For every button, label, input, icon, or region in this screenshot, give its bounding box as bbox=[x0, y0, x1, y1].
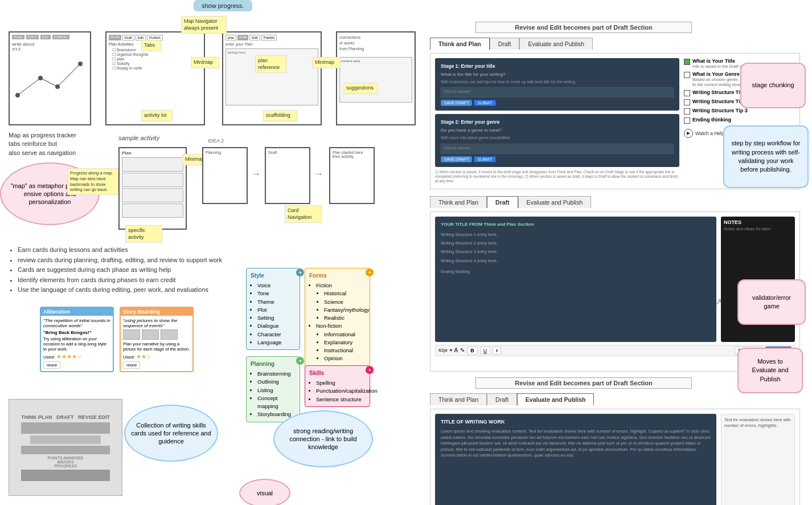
wireframe-brainstorm: Plan bbox=[118, 147, 187, 230]
wireframe-1: PLAN DRFT EDT PUBLSH write aboutXYZ bbox=[9, 31, 91, 125]
stage1-question: What is the title for your writing? bbox=[441, 71, 674, 78]
forms-icon: ✦ bbox=[366, 268, 374, 276]
sticky-plan-reference: plan reference bbox=[255, 55, 286, 73]
checkbox-1[interactable] bbox=[684, 72, 690, 78]
pencil-icon[interactable]: ✎ bbox=[460, 347, 465, 353]
svg-point-6 bbox=[78, 62, 83, 66]
alliteration-used-label: Used: bbox=[43, 355, 55, 360]
alliteration-more-button[interactable]: more bbox=[43, 361, 60, 369]
font-color-icon[interactable]: A bbox=[454, 347, 458, 353]
style-icon: ✦ bbox=[296, 268, 304, 276]
tab-think-plan-1[interactable]: Think and Plan bbox=[430, 38, 490, 50]
tab-draft-1[interactable]: Draft bbox=[490, 38, 520, 50]
sticky-card-navigation: Card Navigation bbox=[285, 205, 322, 223]
submit-btn-2[interactable]: SUBMIT bbox=[474, 156, 495, 162]
block3-body: Lorem ipsum text showing evaluation cont… bbox=[441, 429, 711, 459]
svg-line-0 bbox=[18, 78, 40, 95]
stage2-title: Stage 2: Enter your genre bbox=[441, 119, 674, 126]
forms-title: Forms bbox=[309, 271, 366, 280]
block2-entry-4: Writing Structure 4 entry here. bbox=[441, 258, 711, 264]
stage2-hint: With more info about genre possibilities bbox=[441, 135, 674, 141]
block1-left: Stage 1: Enter your title What is the ti… bbox=[435, 58, 679, 184]
planning-icon: ✦ bbox=[296, 357, 304, 365]
block3-left: TITLE OF WRITING WORK Lorem ipsum text s… bbox=[435, 414, 716, 505]
tab-think-plan-3[interactable]: Think and Plan bbox=[430, 393, 487, 405]
wireframe-draft: Draft bbox=[265, 147, 310, 204]
revise-edit-label-1: Revise and Edit becomes part of Draft Se… bbox=[475, 22, 692, 33]
checkbox-0[interactable] bbox=[684, 59, 690, 65]
collection-bubble: Collection of writing skills cards used … bbox=[124, 405, 218, 462]
category-style: Style VoiceToneThemePlot SettingDialogue… bbox=[246, 268, 300, 350]
skills-icon: ✦ bbox=[366, 366, 374, 374]
check-label-2: Writing Structure Tip 1 bbox=[692, 89, 748, 95]
card-alliteration-title: Alliteration bbox=[41, 308, 113, 316]
sticky-activity-lot: activity lot bbox=[141, 110, 173, 121]
svg-line-2 bbox=[58, 64, 80, 87]
photo-placeholder: THINK PLAN DRAFT REVISE EDIT POINTS AWAR… bbox=[9, 399, 122, 496]
visual-bubble: visual bbox=[239, 479, 290, 505]
style-title: Style bbox=[251, 271, 296, 280]
storyboarding-used-label: Used: bbox=[123, 355, 135, 360]
tab-evaluate-2[interactable]: Evaluate and Publish bbox=[518, 196, 592, 208]
check-label-5: Ending thinking bbox=[692, 117, 731, 123]
arrow-moves-evaluate: ↗ bbox=[715, 296, 722, 307]
alliteration-stars: ★★★★☆ bbox=[56, 353, 82, 360]
strikethrough-btn[interactable]: I bbox=[493, 347, 501, 355]
stage1-hint: With instructors can add tips for how to… bbox=[441, 79, 674, 85]
sticky-progress-note: Progress along a map. Map can also have … bbox=[67, 168, 118, 195]
checkbox-3[interactable] bbox=[684, 99, 690, 105]
stage1-click-answer[interactable]: Click to answer bbox=[441, 87, 674, 97]
separator-1: ▾ bbox=[450, 348, 452, 353]
block1-side-note: 1) When section is saved, it moves to th… bbox=[435, 170, 679, 184]
tab-bar-1: Think and Plan Draft Evaluate and Publis… bbox=[430, 38, 800, 50]
checkbox-5[interactable] bbox=[684, 117, 690, 124]
submit-btn-1[interactable]: SUBMIT bbox=[474, 100, 495, 106]
block2-entry-1: Writing Structure 1 entry here. bbox=[441, 231, 711, 238]
checkbox-2[interactable] bbox=[684, 90, 690, 96]
card-storyboarding-definition: "using pictures to show the sequence of … bbox=[123, 318, 190, 328]
sticky-scaffolding: scaffolding bbox=[263, 110, 297, 121]
svg-point-4 bbox=[38, 76, 43, 80]
bold-btn[interactable]: B bbox=[467, 347, 478, 355]
svg-point-5 bbox=[55, 84, 60, 89]
block3-columns: TITLE OF WRITING WORK Lorem ipsum text s… bbox=[435, 414, 795, 505]
card-alliteration-definition: "The repetition of initial sounds in con… bbox=[43, 318, 110, 328]
card-alliteration: Alliteration "The repetition of initial … bbox=[40, 307, 114, 372]
block3-title: TITLE OF WRITING WORK bbox=[441, 418, 711, 426]
underline-btn[interactable]: U bbox=[480, 347, 491, 355]
block2-ending: Ending thinking bbox=[441, 268, 711, 275]
moves-evaluate-bubble: validator/error game bbox=[737, 279, 806, 325]
card-storyboarding-title: Story Boarding bbox=[121, 308, 192, 316]
tab-draft-2[interactable]: Draft bbox=[487, 196, 518, 208]
tab-bar-3: Think and Plan Draft Evaluate and Publis… bbox=[430, 393, 800, 405]
sticky-suggestions: suggestions bbox=[343, 83, 378, 94]
save-draft-btn-1[interactable]: SAVE DRAFT bbox=[441, 100, 472, 106]
idea2-label: IDEA 2 bbox=[208, 138, 224, 144]
card-storyboarding-plan: Plan your narrative by using a picture f… bbox=[123, 341, 190, 352]
notes-sub: Notes and ideas for later: bbox=[724, 226, 792, 231]
stage2-question: Do you have a genre in mind? bbox=[441, 127, 674, 134]
tab-bar-2: Think and Plan Draft Evaluate and Publis… bbox=[430, 196, 800, 208]
stage2-click-answer[interactable]: Click to answer bbox=[441, 144, 674, 154]
wireframe-publish: Plan started herethen activity bbox=[329, 147, 375, 204]
stage1-title: Stage 1: Enter your title bbox=[441, 63, 674, 70]
sticky-minimap1: Minimap bbox=[191, 57, 219, 68]
check-label-4: Writing Structure Tip 3 bbox=[692, 108, 748, 113]
sticky-specific-activity: specific activity bbox=[125, 225, 162, 243]
checkbox-4[interactable] bbox=[684, 108, 690, 115]
check-item-5: Ending thinking bbox=[684, 117, 795, 124]
check-label-3: Writing Structure Tip 1 bbox=[692, 99, 748, 104]
svg-point-3 bbox=[15, 93, 20, 97]
tab-evaluate-1[interactable]: Evaluate and Publish bbox=[519, 38, 593, 50]
bullet-list: Earn cards during lessons and activities… bbox=[9, 245, 236, 295]
tab-evaluate-3[interactable]: Evaluate and Publish bbox=[517, 393, 594, 405]
panel-block-3: TITLE OF WRITING WORK Lorem ipsum text s… bbox=[430, 409, 800, 505]
sample-activity-label: sample activity bbox=[118, 135, 159, 141]
tab-draft-3[interactable]: Draft bbox=[487, 393, 517, 405]
category-planning: Planning BrainstormingOutliningListing C… bbox=[246, 356, 300, 422]
storyboarding-more-button[interactable]: more bbox=[123, 361, 140, 369]
step-by-step-bubble: step by step workflow for writing proces… bbox=[723, 125, 809, 188]
tab-think-plan-2[interactable]: Think and Plan bbox=[430, 196, 487, 208]
arrow-1: → bbox=[251, 168, 261, 180]
save-draft-btn-2[interactable]: SAVE DRAFT bbox=[441, 156, 472, 162]
